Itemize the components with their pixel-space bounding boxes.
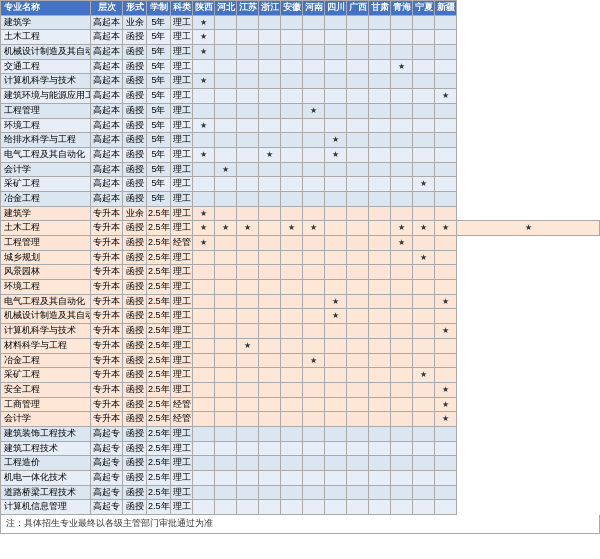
cell-year: 5年	[147, 74, 171, 89]
cell-province-mark: ★	[193, 74, 215, 89]
enrollment-dot: ★	[420, 370, 427, 379]
cell-province-mark	[193, 500, 215, 515]
cell-province-mark	[215, 456, 237, 471]
table-row: 环境工程专升本函授2.5年理工	[1, 280, 600, 295]
cell-province-mark	[303, 456, 325, 471]
table-row: 建筑学专升本业余2.5年理工★	[1, 206, 600, 221]
cell-province-mark	[413, 309, 435, 324]
cell-province-mark	[237, 368, 259, 383]
cell-province-mark	[391, 441, 413, 456]
cell-province-mark	[435, 133, 457, 148]
cell-province-mark	[303, 118, 325, 133]
table-row: 采矿工程专升本函授2.5年理工★	[1, 368, 600, 383]
cell-province-mark	[325, 89, 347, 104]
cell-province-mark	[303, 265, 325, 280]
cell-province-mark	[259, 162, 281, 177]
table-row: 建筑环境与能源应用工程高起本函授5年理工★	[1, 89, 600, 104]
enrollment-dot: ★	[525, 223, 532, 232]
cell-province-mark	[193, 191, 215, 206]
cell-province-mark	[259, 309, 281, 324]
cell-year: 5年	[147, 59, 171, 74]
cell-province-mark	[369, 426, 391, 441]
cell-province-mark: ★	[193, 221, 215, 236]
cell-form: 函授	[123, 324, 147, 339]
cell-province-mark: ★	[193, 30, 215, 45]
cell-form: 函授	[123, 89, 147, 104]
cell-province-mark	[413, 485, 435, 500]
cell-form: 函授	[123, 118, 147, 133]
cell-province-mark	[215, 133, 237, 148]
table-row: 机械设计制造及其自动化专升本函授2.5年理工★	[1, 309, 600, 324]
cell-province-mark	[325, 412, 347, 427]
cell-province-mark	[325, 206, 347, 221]
enrollment-dot: ★	[200, 223, 207, 232]
cell-major-name: 交通工程	[1, 59, 91, 74]
cell-province-mark	[259, 59, 281, 74]
cell-province-mark	[303, 426, 325, 441]
cell-major-name: 计算机科学与技术	[1, 74, 91, 89]
cell-province-mark: ★	[391, 236, 413, 251]
cell-province-mark	[413, 338, 435, 353]
cell-province-mark	[303, 89, 325, 104]
cell-province-mark	[281, 397, 303, 412]
cell-province-mark	[237, 206, 259, 221]
cell-subject: 理工	[171, 15, 193, 30]
enrollment-dot: ★	[398, 62, 405, 71]
cell-province-mark	[347, 74, 369, 89]
cell-province-mark: ★	[413, 368, 435, 383]
cell-year: 2.5年	[147, 221, 171, 236]
cell-province-mark	[215, 191, 237, 206]
cell-province-mark	[413, 471, 435, 486]
cell-province-mark	[435, 45, 457, 60]
cell-province-mark	[215, 324, 237, 339]
cell-province-mark	[369, 368, 391, 383]
cell-province-mark	[281, 133, 303, 148]
cell-province-mark	[303, 324, 325, 339]
cell-province-mark	[215, 441, 237, 456]
cell-province-mark	[303, 471, 325, 486]
cell-province-mark	[193, 89, 215, 104]
cell-province-mark	[215, 236, 237, 251]
cell-province-mark	[435, 426, 457, 441]
cell-province-mark	[193, 412, 215, 427]
cell-level: 专升本	[91, 236, 123, 251]
table-row: 机械设计制造及其自动化高起本函授5年理工★	[1, 45, 600, 60]
cell-province-mark	[259, 15, 281, 30]
cell-province-mark	[325, 485, 347, 500]
enrollment-dot: ★	[332, 311, 339, 320]
cell-major-name: 采矿工程	[1, 177, 91, 192]
cell-province-mark	[347, 368, 369, 383]
cell-province-mark	[391, 412, 413, 427]
header-hebei: 河北	[215, 1, 237, 16]
cell-major-name: 给排水科学与工程	[1, 133, 91, 148]
cell-province-mark	[303, 397, 325, 412]
cell-province-mark	[413, 294, 435, 309]
cell-province-mark	[281, 309, 303, 324]
cell-subject: 理工	[171, 324, 193, 339]
cell-province-mark	[391, 456, 413, 471]
cell-province-mark	[281, 177, 303, 192]
cell-province-mark	[303, 338, 325, 353]
table-row: 风景园林专升本函授2.5年理工	[1, 265, 600, 280]
cell-province-mark	[237, 397, 259, 412]
cell-province-mark	[325, 280, 347, 295]
cell-province-mark	[281, 412, 303, 427]
cell-subject: 理工	[171, 382, 193, 397]
cell-province-mark	[259, 485, 281, 500]
cell-year: 2.5年	[147, 456, 171, 471]
cell-province-mark: ★	[435, 294, 457, 309]
cell-province-mark	[215, 471, 237, 486]
cell-province-mark: ★	[391, 221, 413, 236]
table-row: 建筑工程技术高起专函授2.5年理工	[1, 441, 600, 456]
cell-subject: 理工	[171, 162, 193, 177]
cell-form: 函授	[123, 441, 147, 456]
cell-province-mark	[281, 485, 303, 500]
cell-level: 高起本	[91, 30, 123, 45]
cell-form: 函授	[123, 412, 147, 427]
cell-province-mark	[193, 485, 215, 500]
cell-province-mark	[347, 426, 369, 441]
cell-province-mark	[237, 250, 259, 265]
cell-province-mark	[369, 177, 391, 192]
cell-province-mark	[193, 280, 215, 295]
cell-province-mark	[413, 162, 435, 177]
